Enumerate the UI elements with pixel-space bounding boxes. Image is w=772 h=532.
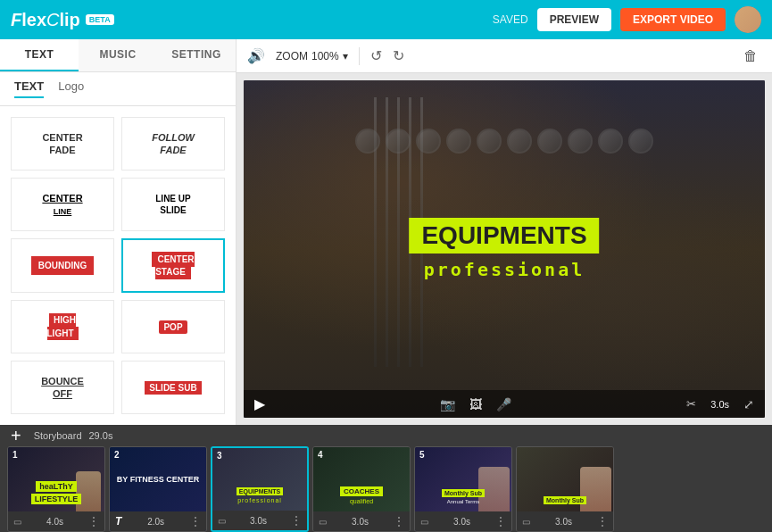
- play-button[interactable]: ▶: [254, 395, 265, 412]
- clip-item[interactable]: 2 BY FITNESS CENTER T 2.0s ⋮: [109, 446, 207, 532]
- avatar-image: [735, 6, 761, 33]
- mic-icon[interactable]: 🎤: [496, 397, 511, 411]
- clip-subtitle: LIFESTYLE: [31, 494, 82, 504]
- clip-more-button[interactable]: ⋮: [291, 514, 302, 527]
- dumbbell-circle: [507, 129, 532, 154]
- left-panel: TEXT MUSIC SETTING TEXT Logo CENTERFADE …: [0, 39, 237, 425]
- camera-icon[interactable]: 📷: [440, 397, 455, 411]
- clip-title: COACHES: [340, 486, 383, 496]
- style-label: CENTERLINE: [42, 192, 82, 218]
- video-controls: ▶ 📷 🖼 🎤 ✂ 3.0s ⤢: [244, 390, 765, 418]
- video-type-icon: ▭: [319, 517, 327, 527]
- editor-area: 🔊 ZOOM 100% ▾ ↺ ↻ 🗑: [237, 39, 772, 425]
- clip-thumbnail: 5 Monthly Sub Annual Terms: [415, 447, 511, 511]
- clip-more-button[interactable]: ⋮: [597, 515, 608, 528]
- clip-title: heaLThY: [36, 481, 76, 492]
- clip-more-button[interactable]: ⋮: [394, 515, 404, 528]
- clip-item[interactable]: 1 heaLThY LIFESTYLE ▭ 4.0s ⋮: [7, 446, 105, 532]
- video-subtitle: professional: [270, 259, 739, 280]
- chevron-down-icon: ▾: [343, 50, 348, 62]
- dumbbell-row: [295, 107, 712, 175]
- clip-title: Monthly Sub: [544, 496, 586, 504]
- timeline-header: + Storyboard 29.0s: [0, 425, 772, 446]
- add-scene-button[interactable]: +: [11, 426, 21, 446]
- clip-subtitle: professional: [237, 497, 282, 503]
- clip-duration: 4.0s: [46, 517, 63, 527]
- scissor-icon[interactable]: ✂: [686, 397, 696, 411]
- clip-text-overlay: Monthly Sub: [517, 496, 613, 504]
- style-label: BOUNDING: [31, 259, 94, 271]
- style-bounding[interactable]: BOUNDING: [11, 238, 114, 292]
- style-label: CENTERFADE: [42, 131, 82, 157]
- clip-item[interactable]: Monthly Sub ▭ 3.0s ⋮: [516, 446, 614, 532]
- delete-icon[interactable]: 🗑: [743, 48, 758, 64]
- storyboard-label: Storyboard: [34, 430, 82, 441]
- clip-thumbnail: Monthly Sub: [517, 447, 613, 511]
- clip-number: 4: [318, 450, 323, 460]
- zoom-control[interactable]: ZOOM 100% ▾: [276, 50, 348, 62]
- image-icon[interactable]: 🖼: [469, 397, 482, 411]
- clip-subtitle: qualified: [350, 498, 373, 504]
- dumbbell-circle: [446, 129, 471, 154]
- clip-footer: ▭ 4.0s ⋮: [8, 511, 104, 531]
- style-center-stage[interactable]: CENTERSTAGE: [121, 238, 225, 292]
- expand-icon[interactable]: ⤢: [743, 397, 754, 411]
- timeline-area: + Storyboard 29.0s 1 heaLThY LIFESTYLE ▭…: [0, 425, 772, 532]
- style-center-fade[interactable]: CENTERFADE: [11, 117, 114, 170]
- video-main-title: EQUIPMENTS: [409, 218, 599, 254]
- redo-icon[interactable]: ↻: [393, 47, 404, 64]
- sub-tab-text[interactable]: TEXT: [14, 79, 44, 98]
- clip-item[interactable]: 4 COACHES qualified ▭ 3.0s ⋮: [312, 446, 411, 532]
- video-text-overlay: EQUIPMENTS professional: [270, 218, 739, 280]
- preview-button[interactable]: PREVIEW: [537, 8, 611, 31]
- clip-footer: ▭ 3.0s ⋮: [313, 511, 410, 531]
- total-duration: 29.0s: [89, 430, 113, 441]
- style-highlight[interactable]: HIGHLIGHT: [11, 300, 114, 353]
- main-content: TEXT MUSIC SETTING TEXT Logo CENTERFADE …: [0, 39, 772, 425]
- dumbbell-circle: [355, 129, 380, 154]
- tab-music[interactable]: MUSIC: [79, 39, 157, 71]
- clip-thumbnail: 3 EQUIPMENTS professional: [212, 448, 307, 511]
- clip-more-button[interactable]: ⋮: [190, 515, 201, 528]
- clip-item[interactable]: 5 Monthly Sub Annual Terms ▭ 3.0s ⋮: [414, 446, 512, 532]
- sub-tab-logo[interactable]: Logo: [58, 79, 84, 98]
- timeline-clips: 1 heaLThY LIFESTYLE ▭ 4.0s ⋮ 2 BY FITNES…: [0, 446, 772, 532]
- avatar[interactable]: [735, 6, 761, 33]
- video-type-icon: ▭: [522, 517, 530, 527]
- style-bounce-off[interactable]: BOUNCEOFF: [11, 361, 114, 414]
- clip-title: EQUIPMENTS: [237, 487, 283, 495]
- undo-icon[interactable]: ↺: [370, 47, 382, 64]
- panel-tabs: TEXT MUSIC SETTING: [0, 39, 236, 72]
- dumbbell-circle: [598, 129, 623, 154]
- app-header: FlexClip BETA SAVED PREVIEW EXPORT VIDEO: [0, 0, 772, 39]
- dumbbell-circle: [416, 129, 441, 154]
- dumbbell-circle: [537, 129, 562, 154]
- clip-footer: T 2.0s ⋮: [110, 511, 206, 531]
- clip-number: 5: [419, 450, 425, 460]
- clip-duration: 2.0s: [147, 517, 164, 527]
- clip-footer: ▭ 3.0s ⋮: [517, 511, 613, 531]
- clip-more-button[interactable]: ⋮: [495, 515, 506, 528]
- beta-badge: BETA: [86, 14, 114, 25]
- style-pop[interactable]: POP: [121, 300, 225, 353]
- volume-icon[interactable]: 🔊: [247, 47, 265, 64]
- tab-text[interactable]: TEXT: [0, 39, 79, 71]
- text-styles-grid: CENTERFADE FOLLOWFADE CENTERLINE LINE UP…: [0, 106, 236, 425]
- style-follow-fade[interactable]: FOLLOWFADE: [121, 117, 225, 170]
- clip-more-button[interactable]: ⋮: [88, 515, 99, 528]
- style-center-line[interactable]: CENTERLINE: [11, 178, 114, 231]
- logo-area: FlexClip BETA: [11, 10, 114, 30]
- zoom-value: 100%: [311, 50, 339, 62]
- saved-status: SAVED: [493, 13, 528, 26]
- clip-item-active[interactable]: 3 EQUIPMENTS professional ▭ 3.0s ⋮: [211, 446, 309, 532]
- clip-subtitle: Annual Terms: [447, 499, 480, 504]
- export-button[interactable]: EXPORT VIDEO: [620, 8, 726, 31]
- dumbbell-circle: [386, 129, 411, 154]
- video-duration: 3.0s: [710, 399, 729, 410]
- tab-setting[interactable]: SETTING: [157, 39, 236, 71]
- style-lineup-slide[interactable]: LINE UPSLIDE: [121, 178, 225, 231]
- style-label: LINE UPSLIDE: [155, 193, 190, 216]
- clip-text-overlay: Monthly Sub Annual Terms: [415, 489, 511, 504]
- clip-duration: 3.0s: [250, 516, 267, 526]
- style-slide-sub[interactable]: SLIDE SUB: [121, 361, 225, 414]
